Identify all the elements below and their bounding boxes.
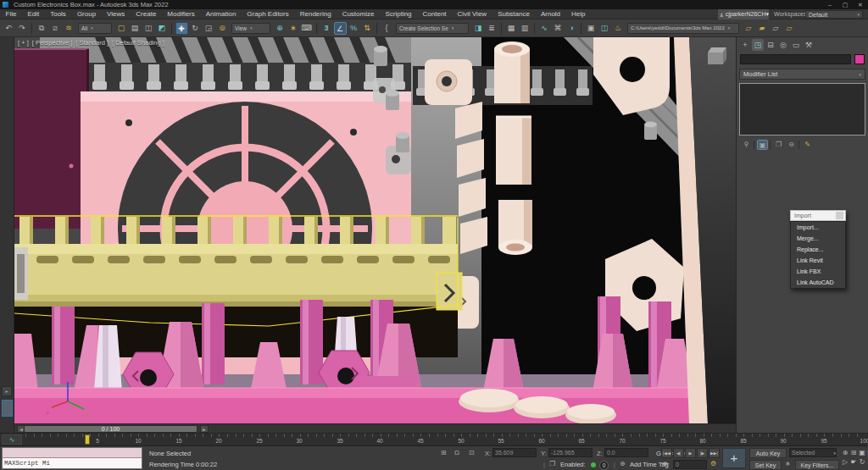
track-bar-ruler[interactable]: 5101520253035404550556065707580859095100 [25, 434, 865, 446]
pan-icon[interactable]: ☛ [849, 457, 858, 467]
viewport-shading-menu[interactable]: [ Default Shading ] [112, 39, 164, 47]
select-and-move-icon[interactable]: ✚ [175, 22, 188, 35]
modifier-list-dropdown[interactable]: Modifier List ▾ [739, 69, 865, 80]
track-bar[interactable]: ∿ 51015202530354045505560657075808590951… [0, 433, 868, 445]
asset-tracking-icon[interactable]: ▱ [783, 22, 796, 35]
user-account-button[interactable]: cjparkerN26CH▾ [718, 9, 769, 19]
window-crossing-icon[interactable]: ◩ [156, 22, 169, 35]
use-pivot-point-center-icon[interactable]: ⊕ [274, 22, 287, 35]
pin-stack-icon[interactable]: ⚲ [741, 140, 752, 150]
make-unique-icon[interactable]: ❐ [773, 140, 784, 150]
modifier-stack[interactable] [739, 83, 865, 135]
y-coordinate-field[interactable]: -125.965 [548, 448, 593, 457]
go-to-end-button[interactable]: ▶▶| [709, 448, 720, 458]
menu-item[interactable]: Views [102, 9, 131, 19]
menu-item[interactable]: Rendering [294, 9, 337, 19]
toolbar-separator[interactable] [581, 23, 581, 34]
key-filters-button[interactable]: Key Filters... [795, 460, 839, 470]
menu-item[interactable]: Graph Editors [242, 9, 294, 19]
named-selection-sets-dropdown[interactable]: Create Selection Se ▾ [396, 23, 469, 34]
render-production-icon[interactable]: ♨ [612, 22, 625, 35]
percent-snap-toggle-icon[interactable]: % [348, 22, 360, 35]
select-object-icon[interactable]: ▢ [115, 22, 128, 35]
toolbar-separator[interactable] [376, 23, 377, 34]
viewport-general-menu[interactable]: [ + ] [18, 39, 29, 47]
edit-named-selection-sets-icon[interactable]: { [381, 22, 393, 35]
import-menu-item[interactable]: Merge... [791, 233, 845, 244]
adaptive-degradation-icon[interactable]: ❒ [549, 460, 555, 467]
key-mode-icon[interactable]: ⚙ [710, 460, 716, 467]
menu-grip-icon[interactable] [836, 212, 843, 219]
zoom-icon[interactable]: ⊕ [841, 448, 849, 457]
menu-item[interactable]: Arnold [535, 9, 565, 19]
import-menu-item[interactable]: Link AutoCAD [791, 277, 845, 288]
select-and-link-icon[interactable]: ⧉ [36, 22, 48, 35]
z-coordinate-field[interactable]: 0.0 [604, 448, 648, 457]
select-and-manipulate-icon[interactable]: ∗ [287, 22, 300, 35]
minimize-button[interactable]: – [822, 0, 837, 9]
mirror-icon[interactable]: ◨ [472, 22, 485, 35]
time-slider-thumb[interactable]: 0 / 100 [24, 425, 198, 433]
next-frame-slider-button[interactable]: ▶ [200, 425, 209, 433]
go-to-start-button[interactable]: |◀◀ [661, 448, 672, 458]
reference-coordinate-system-dropdown[interactable]: View ▾ [231, 23, 270, 34]
next-frame-button[interactable]: |▶ [697, 448, 708, 458]
small-grey-cube[interactable] [708, 47, 726, 64]
toolbar-separator[interactable] [171, 23, 172, 34]
selection-filter-dropdown[interactable]: All ▾ [78, 23, 112, 34]
open-folder-icon[interactable]: ▰ [756, 22, 769, 35]
toggle-layer-explorer-icon[interactable]: ▥ [519, 22, 531, 35]
selection-lock-icon[interactable]: Ω [454, 449, 459, 456]
import-menu-title-bar[interactable]: Import [790, 210, 846, 221]
align-icon[interactable]: ≣ [486, 22, 498, 35]
bind-to-space-warp-icon[interactable]: ≋ [63, 22, 75, 35]
menu-item[interactable]: Tools [45, 9, 72, 19]
tab-utilities[interactable]: ⚒ [803, 39, 815, 51]
curve-editor-icon[interactable]: ∿ [538, 22, 551, 35]
maximize-button[interactable]: ▢ [837, 0, 853, 9]
rectangular-selection-region-icon[interactable]: ◫ [142, 22, 155, 35]
unlink-selection-icon[interactable]: ⧄ [49, 22, 62, 35]
select-by-name-icon[interactable]: ▤ [129, 22, 142, 35]
import-menu-item[interactable]: Replace... [791, 244, 845, 255]
viewport-canvas[interactable]: x y z [14, 37, 736, 423]
render-setup-icon[interactable]: ▣ [585, 22, 598, 35]
configure-modifier-sets-icon[interactable]: ✎ [802, 140, 813, 150]
menu-item[interactable]: Help [566, 9, 591, 19]
undo-icon[interactable]: ↶ [3, 22, 15, 35]
close-button[interactable]: ✕ [853, 0, 868, 9]
set-keys-button[interactable]: + [722, 448, 746, 468]
spinner-snap-toggle-icon[interactable]: ⇅ [361, 22, 374, 35]
menu-item[interactable]: Scripting [380, 9, 417, 19]
rendered-frame-window-icon[interactable]: ◫ [598, 22, 611, 35]
current-frame-field[interactable]: 0 [673, 460, 707, 469]
menu-item[interactable]: Group [71, 9, 101, 19]
angle-snap-toggle-icon[interactable]: ∠ [334, 22, 347, 35]
toolbar-separator[interactable] [31, 23, 32, 34]
remove-modifier-icon[interactable]: ⊖ [786, 140, 797, 150]
menu-item[interactable]: File [0, 9, 22, 19]
orbit-icon[interactable]: ↻ [858, 457, 866, 467]
snaps-toggle-3d-icon[interactable]: 3 [320, 22, 333, 35]
schematic-view-icon[interactable]: ⌘ [552, 22, 565, 35]
project-folder-dropdown[interactable]: C:\Users\yeddi\Documents\3ds Max 2022 ▾ [627, 23, 739, 34]
maroon-enclosure-box[interactable] [14, 49, 89, 229]
stack-separator[interactable] [754, 141, 754, 149]
listener-pane[interactable]: MAXScript Mi [3, 458, 142, 468]
key-mode-toggle-icon[interactable]: ◀▶ [661, 460, 669, 466]
stack-separator[interactable] [798, 141, 799, 149]
select-and-scale-icon[interactable]: ◲ [203, 22, 215, 35]
material-editor-icon[interactable]: ◑ [565, 22, 578, 35]
keyboard-shortcut-override-icon[interactable]: ⌨ [301, 22, 314, 35]
zoom-all-icon[interactable]: ⊞ [849, 448, 858, 457]
toggle-scene-explorer-icon[interactable]: ▦ [505, 22, 518, 35]
menu-item[interactable]: Edit [22, 9, 45, 19]
x-coordinate-field[interactable]: 35.609 [492, 448, 537, 457]
cream-hex-clip-top[interactable] [425, 59, 472, 105]
viewport-pov-menu[interactable]: [ Perspective ] [32, 39, 73, 47]
degradation-counter[interactable]: 0 [599, 461, 609, 470]
perspective-viewport[interactable]: [ + ][ Perspective ][ Standard ][ Defaul… [14, 37, 736, 423]
key-filters-icon[interactable]: ∗ [785, 460, 791, 467]
menu-item[interactable]: Create [131, 9, 162, 19]
workspace-dropdown[interactable]: Default ▾ [805, 10, 863, 19]
